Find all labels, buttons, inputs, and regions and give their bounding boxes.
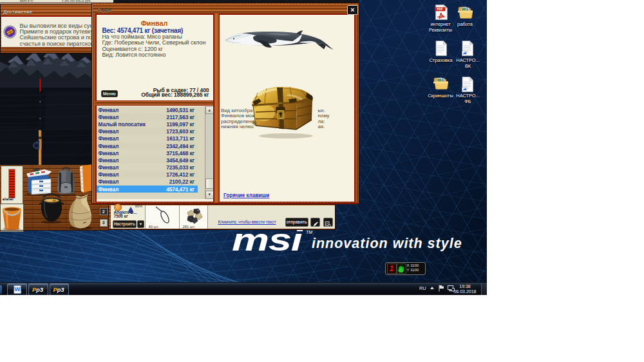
svg-text:PDF: PDF (437, 8, 442, 11)
svg-text:W: W (15, 286, 21, 293)
